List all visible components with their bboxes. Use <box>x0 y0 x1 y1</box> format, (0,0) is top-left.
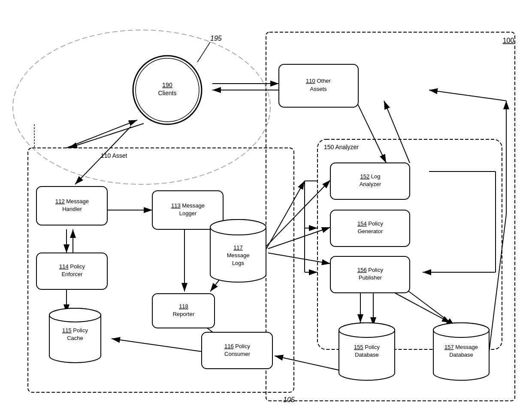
architecture-diagram: 100 195 110 Asset 150 Analyzer 105 <box>0 0 532 418</box>
policycache-cyl-top2 <box>49 308 101 322</box>
line-msgdb-to-outer <box>489 214 506 352</box>
publisher-label: Publisher <box>359 274 382 281</box>
msglogger-label: Logger <box>179 210 197 217</box>
policycache-label: Cache <box>67 335 83 341</box>
otherassets-id: 110 Other <box>306 78 331 84</box>
consumer-label: Consumer <box>224 351 251 357</box>
arrow-consumer-to-cache <box>112 339 202 352</box>
arrow-loganalyzer-to-otherassets <box>384 101 410 163</box>
arrow-clients-to-assetregion <box>69 123 144 148</box>
msghandler-label: Handler <box>62 206 82 212</box>
msglogs-label1: Message <box>227 252 250 259</box>
policydb-id: 155 Policy <box>354 344 380 350</box>
arrow-logs-to-publisher <box>268 253 330 264</box>
arrow-logs-to-policygenerator <box>268 227 330 249</box>
loganalyzer-label: Analyzer <box>360 181 381 187</box>
arrow-otherassets-to-loganalyzer <box>356 101 386 163</box>
diagram-svg: 100 195 110 Asset 150 Analyzer 105 <box>0 0 532 418</box>
clients-id: 190 <box>162 81 172 88</box>
msglogs-label2: Logs <box>232 260 245 266</box>
ref-105-label: 105 <box>283 396 295 403</box>
arrow-publisher-to-msgdb <box>403 287 455 326</box>
line-outer-end <box>429 90 506 101</box>
policycache-id: 115 Policy <box>62 327 88 334</box>
ref-195-label: 195 <box>210 35 222 42</box>
reporter-label: Reporter <box>173 311 195 317</box>
policygen-label: Generator <box>358 228 383 235</box>
msgdb-id: 157 Message <box>444 344 478 350</box>
msgdb-cyl-top2 <box>433 323 489 337</box>
msgdb-label: Database <box>449 352 473 358</box>
enforcer-label: Enforcer <box>61 271 83 277</box>
msghandler-id: 112 Message <box>55 198 89 204</box>
clients-label: Clients <box>158 90 177 96</box>
analyzer-region-label: 150 Analyzer <box>324 144 359 150</box>
publisher-id: 156 Policy <box>357 267 384 273</box>
arrow-assetregion-to-clients <box>66 120 137 148</box>
msglogs-cyl-top2 <box>210 220 266 235</box>
loganalyzer-id: 152 Log <box>360 173 380 180</box>
ref-100-label: 100 <box>503 37 514 44</box>
consumer-id: 116 Policy <box>224 343 251 349</box>
enforcer-id: 114 Policy <box>59 263 85 270</box>
reporter-id: 118 <box>179 303 188 310</box>
policydb-cyl-top2 <box>339 323 395 337</box>
policydb-label: Database <box>355 352 379 358</box>
ref-195-line <box>197 42 210 62</box>
otherassets-label: Assets <box>310 86 327 92</box>
arrow-publisher-msgdb2 <box>395 293 450 323</box>
policygen-id: 154 Policy <box>357 220 384 227</box>
arrow-logs-to-loganalyzer <box>266 180 330 247</box>
msglogs-id: 117 <box>233 244 243 251</box>
msglogger-id: 113 Message <box>171 202 205 209</box>
